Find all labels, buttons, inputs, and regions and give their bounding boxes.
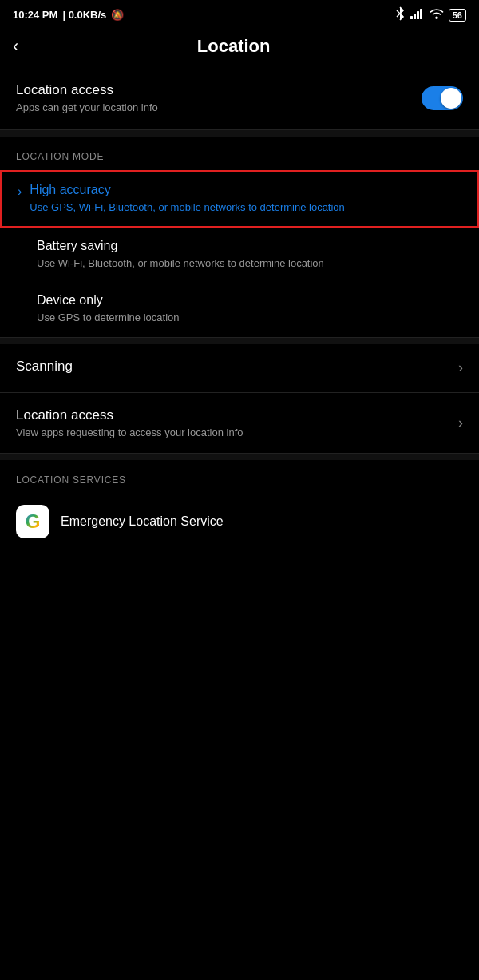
location-access-nav-title: Location access bbox=[16, 407, 243, 423]
location-access-nav-item[interactable]: Location access View apps requesting to … bbox=[0, 393, 479, 453]
svg-rect-5 bbox=[420, 9, 422, 19]
high-accuracy-content: High accuracy Use GPS, Wi-Fi, Bluetooth,… bbox=[30, 183, 345, 215]
chevron-left-icon: › bbox=[18, 184, 22, 199]
google-service-icon: G bbox=[16, 505, 49, 538]
section-gap-3 bbox=[0, 454, 479, 460]
page-header: ‹ Location bbox=[0, 28, 479, 69]
emergency-location-service-item[interactable]: G Emergency Location Service bbox=[0, 494, 479, 550]
mute-icon: 🔕 bbox=[111, 9, 124, 21]
scanning-chevron-icon: › bbox=[458, 359, 463, 376]
location-access-title: Location access bbox=[16, 82, 158, 98]
location-access-nav-left: Location access View apps requesting to … bbox=[16, 407, 243, 438]
time-label: 10:24 PM bbox=[13, 9, 57, 21]
network-speed: | 0.0KB/s bbox=[62, 9, 106, 21]
scanning-title: Scanning bbox=[16, 359, 73, 375]
location-access-toggle[interactable] bbox=[422, 86, 463, 110]
scanning-nav-left: Scanning bbox=[16, 359, 73, 378]
svg-rect-3 bbox=[414, 14, 416, 19]
battery-label: 56 bbox=[449, 9, 466, 22]
device-only-item[interactable]: Device only Use GPS to determine locatio… bbox=[0, 282, 479, 336]
svg-rect-4 bbox=[417, 11, 419, 19]
status-left: 10:24 PM | 0.0KB/s 🔕 bbox=[13, 9, 124, 21]
location-access-nav-subtitle: View apps requesting to access your loca… bbox=[16, 427, 243, 438]
emergency-location-title: Emergency Location Service bbox=[61, 514, 224, 529]
page-title: Location bbox=[34, 36, 433, 57]
device-only-desc: Use GPS to determine location bbox=[37, 311, 179, 325]
back-button[interactable]: ‹ bbox=[13, 38, 18, 55]
location-access-chevron-icon: › bbox=[458, 415, 463, 431]
location-mode-label: LOCATION MODE bbox=[0, 137, 479, 170]
section-gap-1 bbox=[0, 130, 479, 137]
signal-icon bbox=[410, 8, 425, 22]
google-g-letter: G bbox=[26, 510, 41, 533]
wifi-icon bbox=[430, 8, 444, 22]
high-accuracy-title: High accuracy bbox=[30, 183, 345, 197]
bluetooth-icon bbox=[394, 6, 406, 23]
status-bar: 10:24 PM | 0.0KB/s 🔕 bbox=[0, 0, 479, 28]
high-accuracy-item[interactable]: › High accuracy Use GPS, Wi-Fi, Bluetoot… bbox=[0, 170, 479, 228]
battery-saving-content: Battery saving Use Wi-Fi, Bluetooth, or … bbox=[16, 239, 324, 271]
device-only-title: Device only bbox=[37, 293, 179, 307]
high-accuracy-desc: Use GPS, Wi-Fi, Bluetooth, or mobile net… bbox=[30, 200, 345, 215]
location-access-text: Location access Apps can get your locati… bbox=[16, 82, 158, 113]
device-only-content: Device only Use GPS to determine locatio… bbox=[16, 293, 179, 325]
location-access-toggle-row: Location access Apps can get your locati… bbox=[0, 69, 479, 129]
battery-saving-desc: Use Wi-Fi, Bluetooth, or mobile networks… bbox=[37, 256, 324, 271]
location-services-label: LOCATION SERVICES bbox=[0, 460, 479, 494]
section-gap-2 bbox=[0, 338, 479, 344]
svg-rect-2 bbox=[410, 16, 413, 19]
status-right: 56 bbox=[394, 6, 466, 23]
scanning-nav-item[interactable]: Scanning › bbox=[0, 344, 479, 392]
battery-saving-item[interactable]: Battery saving Use Wi-Fi, Bluetooth, or … bbox=[0, 228, 479, 282]
toggle-knob bbox=[441, 88, 461, 109]
location-access-subtitle: Apps can get your location info bbox=[16, 101, 158, 113]
battery-saving-title: Battery saving bbox=[37, 239, 324, 253]
